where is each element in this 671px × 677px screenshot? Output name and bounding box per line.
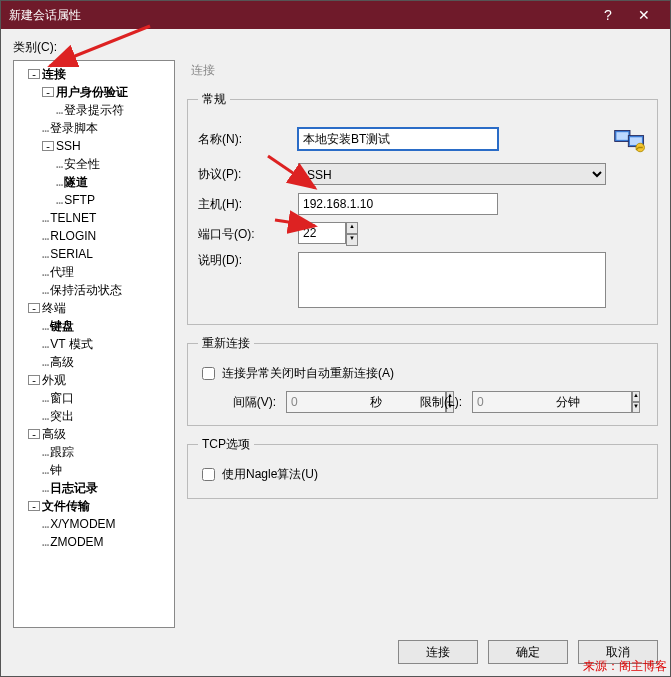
tree-item-label: X/YMODEM [50,517,115,531]
tree-item-12[interactable]: …保持活动状态 [14,281,174,299]
tree-branch-icon: … [42,445,48,459]
tree-item-14[interactable]: …键盘 [14,317,174,335]
tree-item-10[interactable]: …SERIAL [14,245,174,263]
tree-item-0[interactable]: -连接 [14,65,174,83]
tree-item-16[interactable]: …高级 [14,353,174,371]
tree-item-9[interactable]: …RLOGIN [14,227,174,245]
connect-button[interactable]: 连接 [398,640,478,664]
tree-item-21[interactable]: …跟踪 [14,443,174,461]
tree-item-label: 代理 [50,264,74,281]
tree-item-label: SERIAL [50,247,93,261]
close-button[interactable]: ✕ [626,1,662,29]
tree-item-label: 文件传输 [42,498,90,515]
tree-item-20[interactable]: -高级 [14,425,174,443]
port-input[interactable] [298,222,346,244]
tree-item-label: 键盘 [50,318,74,335]
tree-item-25[interactable]: …X/YMODEM [14,515,174,533]
tree-item-24[interactable]: -文件传输 [14,497,174,515]
tree-item-label: 登录脚本 [50,120,98,137]
tree-item-1[interactable]: -用户身份验证 [14,83,174,101]
protocol-label: 协议(P): [198,166,298,183]
watermark: 来源：阁主博客 [583,658,667,675]
name-label: 名称(N): [198,131,298,148]
tree-item-6[interactable]: …隧道 [14,173,174,191]
tree-branch-icon: … [42,283,48,297]
general-group: 常规 名称(N): 协议(P): SSH [187,91,658,325]
tree-item-22[interactable]: …钟 [14,461,174,479]
tree-item-3[interactable]: …登录脚本 [14,119,174,137]
tree-item-label: TELNET [50,211,96,225]
tree-branch-icon: … [42,391,48,405]
tree-branch-icon: … [42,481,48,495]
host-label: 主机(H): [198,196,298,213]
tree-branch-icon: … [42,463,48,477]
expander-icon[interactable]: - [28,501,40,511]
tree-item-label: 跟踪 [50,444,74,461]
tcp-group: TCP选项 使用Nagle算法(U) [187,436,658,499]
tree-item-17[interactable]: -外观 [14,371,174,389]
tree-branch-icon: … [42,337,48,351]
tree-item-23[interactable]: …日志记录 [14,479,174,497]
reconnect-checkbox-label: 连接异常关闭时自动重新连接(A) [222,365,394,382]
tree-item-13[interactable]: -终端 [14,299,174,317]
help-button[interactable]: ? [590,1,626,29]
tree-item-11[interactable]: …代理 [14,263,174,281]
tree-item-2[interactable]: …登录提示符 [14,101,174,119]
tree-item-18[interactable]: …窗口 [14,389,174,407]
tree-item-label: SSH [56,139,81,153]
computers-icon [613,122,647,156]
name-input[interactable] [298,128,498,150]
tree-branch-icon: … [42,247,48,261]
limit-down: ▼ [632,402,640,413]
expander-icon[interactable]: - [28,69,40,79]
tree-item-26[interactable]: …ZMODEM [14,533,174,551]
reconnect-legend: 重新连接 [198,335,254,352]
ok-button[interactable]: 确定 [488,640,568,664]
expander-icon[interactable]: - [28,375,40,385]
tree-branch-icon: … [42,409,48,423]
tree-item-19[interactable]: …突出 [14,407,174,425]
protocol-select[interactable]: SSH [298,163,606,185]
tree-item-15[interactable]: …VT 模式 [14,335,174,353]
expander-icon[interactable]: - [42,141,54,151]
tree-item-label: ZMODEM [50,535,103,549]
host-input[interactable] [298,193,498,215]
port-down[interactable]: ▼ [346,234,358,246]
nagle-checkbox-label: 使用Nagle算法(U) [222,466,318,483]
tree-item-label: 隧道 [64,174,88,191]
nagle-checkbox[interactable] [202,468,215,481]
expander-icon[interactable]: - [28,429,40,439]
tree-branch-icon: … [56,175,62,189]
tree-item-4[interactable]: -SSH [14,137,174,155]
category-label: 类别(C): [13,39,658,56]
tree-item-label: 登录提示符 [64,102,124,119]
tree-branch-icon: … [42,535,48,549]
tree-item-label: 连接 [42,66,66,83]
tree-item-5[interactable]: …安全性 [14,155,174,173]
tree-item-label: 安全性 [64,156,100,173]
tree-branch-icon: … [42,355,48,369]
desc-textarea[interactable] [298,252,606,308]
port-up[interactable]: ▲ [346,222,358,234]
tree-item-8[interactable]: …TELNET [14,209,174,227]
limit-label: 限制(L): [402,394,462,411]
tree-branch-icon: … [56,103,62,117]
expander-icon[interactable]: - [28,303,40,313]
expander-icon[interactable]: - [42,87,54,97]
tree-item-7[interactable]: …SFTP [14,191,174,209]
tree-branch-icon: … [42,211,48,225]
tree-branch-icon: … [56,193,62,207]
svg-rect-1 [616,132,628,140]
limit-input [472,391,632,413]
tree-item-label: 外观 [42,372,66,389]
reconnect-checkbox[interactable] [202,367,215,380]
reconnect-group: 重新连接 连接异常关闭时自动重新连接(A) 间隔(V): ▲▼ 秒 限制(L): [187,335,658,426]
tree-item-label: 窗口 [50,390,74,407]
tree-branch-icon: … [56,157,62,171]
desc-label: 说明(D): [198,252,298,269]
tree-branch-icon: … [42,517,48,531]
category-tree[interactable]: -连接-用户身份验证…登录提示符…登录脚本-SSH…安全性…隧道…SFTP…TE… [13,60,175,628]
section-title: 连接 [187,60,658,81]
tree-item-label: 高级 [42,426,66,443]
tree-item-label: 用户身份验证 [56,84,128,101]
